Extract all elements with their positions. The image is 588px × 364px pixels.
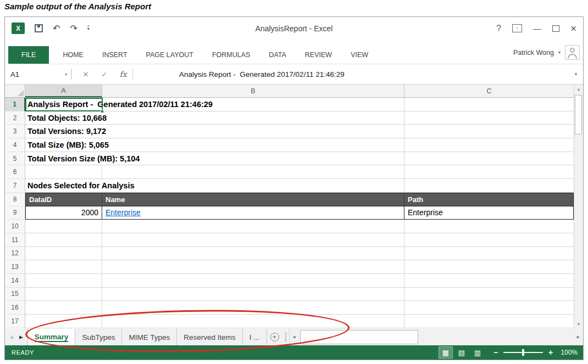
row-header-11[interactable]: 11 — [5, 233, 25, 247]
row-header-10[interactable]: 10 — [5, 220, 25, 233]
cell-C5[interactable] — [404, 152, 574, 166]
tab-view[interactable]: VIEW — [341, 46, 378, 64]
cell-C15[interactable] — [404, 288, 574, 301]
cell-C6[interactable] — [404, 165, 574, 179]
vertical-scroll-thumb[interactable] — [575, 95, 582, 135]
user-account[interactable]: Patrick Wong ▾ — [513, 45, 580, 60]
fill-handle[interactable] — [101, 110, 104, 113]
tab-insert[interactable]: INSERT — [93, 46, 137, 64]
scroll-right-icon[interactable]: ▶ — [574, 329, 583, 345]
sheet-tab-subtypes[interactable]: SubTypes — [75, 329, 122, 345]
cell-C2[interactable] — [404, 111, 574, 125]
cell-A10[interactable] — [25, 220, 102, 233]
row-header-1[interactable]: 1 — [5, 98, 25, 111]
cell-A14[interactable] — [25, 274, 102, 288]
name-box-dropdown-icon[interactable]: ▾ — [65, 72, 71, 77]
vertical-scrollbar[interactable]: ▲ ▼ — [574, 85, 583, 329]
column-header-C[interactable]: C — [404, 85, 574, 97]
prev-sheet-icon[interactable]: ◀ — [9, 334, 13, 340]
cell-C3[interactable] — [404, 125, 574, 138]
maximize-button[interactable] — [552, 25, 559, 32]
next-sheet-icon[interactable]: ▶ — [19, 334, 23, 340]
row-header-16[interactable]: 16 — [5, 301, 25, 315]
tab-page-layout[interactable]: PAGE LAYOUT — [137, 46, 203, 64]
horizontal-scroll-thumb[interactable] — [300, 330, 418, 344]
cell-B16[interactable] — [102, 301, 404, 315]
zoom-out-button[interactable]: − — [493, 348, 498, 357]
help-button[interactable]: ? — [496, 24, 501, 33]
tab-bar-splitter[interactable] — [285, 333, 286, 341]
cell-A6[interactable] — [25, 165, 102, 179]
cell-C8[interactable]: Path — [404, 193, 574, 206]
row-header-7[interactable]: 7 — [5, 179, 25, 193]
horizontal-scroll-track[interactable] — [299, 329, 574, 345]
row-header-12[interactable]: 12 — [5, 247, 25, 261]
cell-C14[interactable] — [404, 274, 574, 288]
minimize-button[interactable]: — — [533, 24, 541, 32]
cell-C12[interactable] — [404, 247, 574, 261]
save-icon[interactable] — [35, 24, 43, 32]
enterprise-link[interactable]: Enterprise — [106, 208, 141, 217]
cell-C4[interactable] — [404, 138, 574, 152]
scroll-up-icon[interactable]: ▲ — [574, 85, 583, 94]
row-header-9[interactable]: 9 — [5, 206, 25, 220]
name-box-splitter[interactable] — [71, 69, 76, 79]
undo-icon[interactable]: ↶ — [53, 24, 60, 33]
cell-C17[interactable] — [404, 315, 574, 328]
row-header-17[interactable]: 17 — [5, 315, 25, 328]
cell-C11[interactable] — [404, 233, 574, 247]
sheet-tab-i-[interactable]: I ... — [243, 329, 267, 345]
cell-A9[interactable]: 2000 — [25, 206, 102, 220]
page-break-view-icon[interactable]: ▥ — [471, 347, 484, 358]
cell-C13[interactable] — [404, 260, 574, 274]
cell-C1[interactable] — [404, 98, 574, 111]
row-header-5[interactable]: 5 — [5, 152, 25, 166]
name-box[interactable]: A1 ▾ — [5, 64, 71, 84]
cell-B10[interactable] — [102, 220, 404, 233]
row-header-3[interactable]: 3 — [5, 125, 25, 138]
horizontal-scrollbar[interactable]: ◀ ▶ — [289, 329, 583, 345]
tab-review[interactable]: REVIEW — [296, 46, 341, 64]
zoom-level[interactable]: 100% — [561, 349, 578, 356]
cell-A11[interactable] — [25, 233, 102, 247]
cell-A12[interactable] — [25, 247, 102, 261]
page-layout-view-icon[interactable]: ▤ — [455, 347, 468, 358]
zoom-slider-thumb[interactable] — [522, 349, 524, 356]
row-header-6[interactable]: 6 — [5, 165, 25, 179]
insert-function-icon[interactable]: fx — [114, 64, 132, 84]
cell-B8[interactable]: Name — [102, 193, 404, 206]
cell-C10[interactable] — [404, 220, 574, 233]
cell-B11[interactable] — [102, 233, 404, 247]
column-header-B[interactable]: B — [102, 85, 404, 97]
cell-B17[interactable] — [102, 315, 404, 328]
sheet-tab-summary[interactable]: Summary — [27, 329, 76, 345]
cell-C16[interactable] — [404, 301, 574, 315]
cancel-icon[interactable]: ✕ — [76, 64, 95, 84]
zoom-in-button[interactable]: + — [548, 348, 553, 357]
select-all-corner[interactable] — [5, 85, 25, 97]
cell-B6[interactable] — [102, 165, 404, 179]
redo-icon[interactable]: ↷ — [70, 24, 77, 33]
enter-icon[interactable]: ✓ — [95, 64, 114, 84]
ribbon-display-options-icon[interactable]: ↑ — [512, 24, 522, 32]
cell-B2[interactable] — [102, 111, 404, 125]
tab-home[interactable]: HOME — [53, 46, 93, 64]
row-header-13[interactable]: 13 — [5, 260, 25, 274]
sheet-tab-reserved-items[interactable]: Reserved Items — [177, 329, 243, 345]
new-sheet-button[interactable]: + — [267, 329, 282, 345]
scroll-down-icon[interactable]: ▼ — [574, 320, 583, 329]
normal-view-icon[interactable]: ▦ — [439, 347, 452, 358]
scroll-left-icon[interactable]: ◀ — [290, 329, 299, 345]
row-header-14[interactable]: 14 — [5, 274, 25, 288]
cell-A8[interactable]: DataID — [25, 193, 102, 206]
row-header-8[interactable]: 8 — [5, 193, 25, 206]
row-header-15[interactable]: 15 — [5, 288, 25, 301]
cell-B7[interactable] — [102, 179, 404, 193]
excel-logo-icon[interactable]: X — [12, 23, 25, 34]
row-header-2[interactable]: 2 — [5, 111, 25, 125]
vertical-scroll-track[interactable] — [574, 94, 583, 320]
row-header-4[interactable]: 4 — [5, 138, 25, 152]
tab-data[interactable]: DATA — [259, 46, 295, 64]
cell-B4[interactable] — [102, 138, 404, 152]
zoom-slider[interactable] — [503, 352, 543, 353]
